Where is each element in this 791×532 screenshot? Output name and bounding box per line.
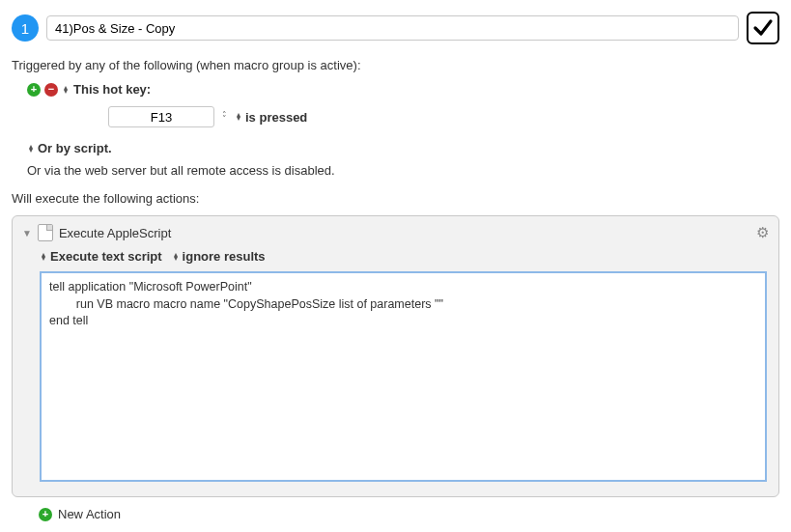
new-action-label[interactable]: New Action — [58, 507, 121, 521]
results-mode-selector-icon[interactable]: ▴▾ — [174, 253, 178, 260]
hotkey-mode-label: is pressed — [245, 110, 307, 125]
action-card: ▼ Execute AppleScript ⚙ ▴▾ Execute text … — [12, 215, 779, 497]
macro-title-input[interactable] — [46, 15, 739, 41]
results-mode-label: ignore results — [183, 249, 266, 264]
script-trigger-selector-icon[interactable]: ▴▾ — [29, 145, 33, 152]
hotkey-input[interactable] — [108, 106, 214, 127]
script-textarea[interactable] — [40, 271, 767, 482]
hotkey-dropdown-icon[interactable]: ˄˅ — [222, 113, 227, 122]
triggers-intro-text: Triggered by any of the following (when … — [12, 58, 779, 72]
add-trigger-icon[interactable]: + — [27, 83, 41, 97]
applescript-file-icon — [38, 224, 53, 241]
gear-icon[interactable]: ⚙ — [756, 224, 769, 241]
script-trigger-label: Or by script. — [38, 141, 112, 155]
macro-index-badge: 1 — [12, 14, 39, 42]
disclosure-triangle-icon[interactable]: ▼ — [22, 228, 32, 238]
script-mode-selector-icon[interactable]: ▴▾ — [42, 253, 45, 260]
checkmark-icon — [751, 16, 775, 40]
enable-toggle-button[interactable] — [747, 12, 779, 44]
webserver-text: Or via the web server but all remote acc… — [27, 163, 779, 178]
action-title: Execute AppleScript — [59, 226, 750, 240]
hotkey-mode-selector-icon[interactable]: ▴▾ — [237, 113, 240, 120]
hotkey-trigger-label: This hot key: — [73, 82, 151, 97]
script-mode-label: Execute text script — [50, 249, 162, 264]
add-action-icon[interactable]: + — [39, 508, 52, 521]
trigger-type-selector-icon[interactable]: ▴▾ — [64, 86, 68, 93]
actions-intro-text: Will execute the following actions: — [12, 191, 779, 206]
remove-trigger-icon[interactable]: − — [44, 83, 58, 97]
